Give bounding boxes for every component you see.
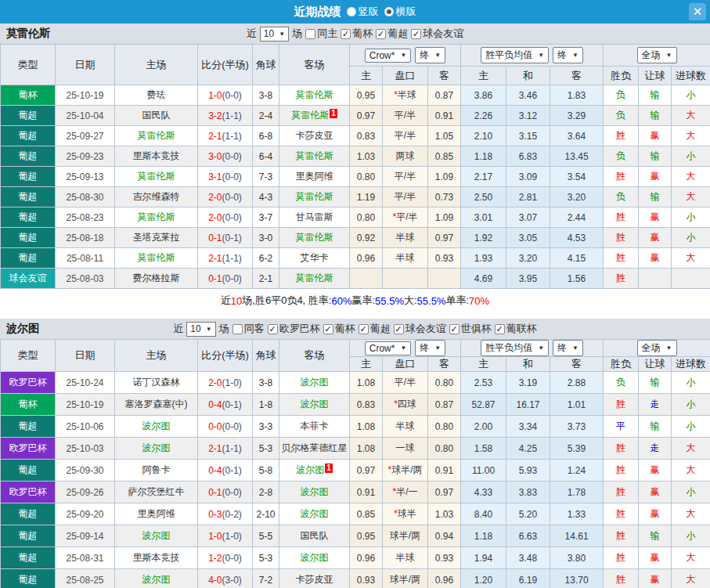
odds-final-dropdown[interactable]: 终▼ xyxy=(415,340,445,356)
checkbox[interactable]: ✓ xyxy=(268,324,278,334)
team-cell: 莫雷伦斯1 xyxy=(279,106,350,126)
score-cell: 0-3(0-2) xyxy=(198,503,253,525)
team-cell: 莫雷伦斯 xyxy=(279,269,350,289)
mean-odds-cell: 1.33 xyxy=(550,503,604,525)
checkbox[interactable]: ✓ xyxy=(376,29,386,39)
handicap-star-icon: * xyxy=(394,89,398,100)
scope-group: 全场▼ xyxy=(604,45,710,67)
mean-odds-cell: 13.45 xyxy=(550,146,604,167)
results-table: 类型日期主场比分(半场)角球客场Crow*▼终▼胜平负均值▼终▼全场▼主盘口客主… xyxy=(0,44,710,289)
radio-icon[interactable] xyxy=(347,7,356,16)
team-cell: 波尔图 xyxy=(279,482,350,503)
checkbox-label: 葡超 xyxy=(387,27,408,41)
table-row: 葡超25-08-31里斯本竞技1-2(0-0)5-3波尔图0.96半球0.931… xyxy=(1,547,710,569)
team-name-text: 波尔图 xyxy=(142,574,171,585)
result-cell: 负 xyxy=(604,85,639,106)
corner-cell: 2-8 xyxy=(253,482,279,503)
match-date: 25-10-19 xyxy=(56,85,115,106)
scope-dropdown[interactable]: 全场▼ xyxy=(637,47,677,63)
result-cell: 输 xyxy=(639,85,672,106)
checkbox[interactable]: ✓ xyxy=(449,324,460,334)
score-cell: 2-0(0-0) xyxy=(198,187,253,207)
team-name-text: 莫雷伦斯 xyxy=(296,232,333,243)
result-cell: 走 xyxy=(639,394,672,416)
result-cell: 赢 xyxy=(639,126,672,146)
checkbox-label: 同客 xyxy=(244,322,265,336)
halftime-score: (0-1) xyxy=(222,399,242,410)
team-name-text: 里奥阿维 xyxy=(296,171,333,182)
halftime-score: (0-0) xyxy=(222,90,242,101)
match-type-badge: 欧罗巴杯 xyxy=(1,482,56,503)
match-date: 25-08-18 xyxy=(56,228,115,248)
close-icon[interactable]: ✕ xyxy=(689,3,706,20)
checkbox[interactable]: ✓ xyxy=(341,29,351,39)
checkbox[interactable]: ✓ xyxy=(495,324,505,334)
halftime-score: (1-1) xyxy=(222,131,242,142)
fulltime-score: 3-0 xyxy=(208,151,222,162)
odds-cell: 0.80 xyxy=(350,167,383,187)
sub-column-header: 和 xyxy=(506,357,550,372)
fulltime-score: 0-0 xyxy=(208,421,222,432)
odds-source-dropdown[interactable]: Crow*▼ xyxy=(365,341,412,355)
odds-cell: 0.96 xyxy=(350,547,383,569)
recent-count-select[interactable]: 10▼ xyxy=(260,27,289,41)
score-cell: 0-1(0-1) xyxy=(198,228,253,248)
radio-icon[interactable] xyxy=(384,7,394,16)
handicap-star-icon: * xyxy=(392,486,396,497)
team-cell: 波尔图 xyxy=(115,416,198,438)
column-header: 日期 xyxy=(56,45,115,85)
scope-dropdown[interactable]: 全场▼ xyxy=(637,340,677,356)
team-cell: 卡莎皮亚 xyxy=(279,569,350,588)
checkbox[interactable]: ✓ xyxy=(394,324,404,334)
match-date: 25-08-11 xyxy=(56,248,115,269)
sub-column-header: 进球数 xyxy=(672,357,710,372)
sub-column-header: 主 xyxy=(350,357,383,372)
recent-count-select[interactable]: 10▼ xyxy=(186,322,215,337)
odds-source-dropdown[interactable]: Crow*▼ xyxy=(365,49,412,63)
match-type-badge: 葡超 xyxy=(1,248,56,269)
table-row: 葡超25-08-11莫雷伦斯2-1(1-1)6-2艾华卡0.96半球0.931.… xyxy=(1,248,710,269)
match-type-badge: 葡超 xyxy=(1,126,56,146)
mean-dropdown[interactable]: 胜平负均值▼ xyxy=(481,47,549,63)
mean-odds-cell: 3.15 xyxy=(506,126,550,146)
corner-cell: 6-8 xyxy=(253,126,279,146)
checkbox[interactable] xyxy=(232,324,243,334)
checkbox[interactable]: ✓ xyxy=(323,324,333,334)
halftime-score: (0-0) xyxy=(222,151,242,162)
mean-dropdown[interactable]: 胜平负均值▼ xyxy=(481,340,549,356)
mean-final-dropdown[interactable]: 终▼ xyxy=(553,47,583,63)
mean-odds-cell: 3.83 xyxy=(506,482,550,503)
filter-option: ✓葡超 xyxy=(376,27,408,41)
score-cell: 2-0(1-0) xyxy=(198,372,253,394)
odds-cell: 0.94 xyxy=(428,525,461,547)
column-header: 比分(半场) xyxy=(198,340,253,372)
layout-radio-vertical[interactable]: 竖版 xyxy=(347,5,379,19)
team-cell: 里奥阿维 xyxy=(279,167,350,187)
checkbox[interactable]: ✓ xyxy=(359,324,369,334)
result-cell: 大 xyxy=(672,248,710,269)
chevron-down-icon: ▼ xyxy=(206,326,212,333)
sub-column-header: 客 xyxy=(550,357,604,372)
table-row: 葡超25-08-23莫雷伦斯2-0(0-0)3-7甘马雷斯0.80*平/半1.0… xyxy=(1,207,710,228)
checkbox[interactable] xyxy=(305,29,315,39)
corner-cell: 4-3 xyxy=(253,187,279,207)
layout-radio-horizontal[interactable]: 横版 xyxy=(384,5,416,19)
summary-segment: 60% xyxy=(331,295,351,307)
header-group-row: 类型日期主场比分(半场)角球客场Crow*▼终▼胜平负均值▼终▼全场▼ xyxy=(1,45,710,67)
odds-cell: 0.97 xyxy=(350,106,383,126)
chevron-down-icon: ▼ xyxy=(279,31,285,38)
mean-final-dropdown[interactable]: 终▼ xyxy=(553,340,583,356)
checkbox-label: 葡联杯 xyxy=(506,322,537,336)
mean-odds-cell: 3.29 xyxy=(550,106,604,126)
mean-odds-cell: 3.95 xyxy=(506,269,550,289)
team-name-text: 里斯本竞技 xyxy=(133,552,180,563)
team-name-text: 莫雷伦斯 xyxy=(296,150,333,161)
odds-final-dropdown[interactable]: 终▼ xyxy=(415,47,445,63)
checkbox[interactable]: ✓ xyxy=(411,29,421,39)
result-cell: 赢 xyxy=(639,167,672,187)
team-cell: 贝尔格莱德红星 xyxy=(279,438,350,460)
odds-cell: 1.08 xyxy=(350,372,383,394)
mean-odds-cell: 1.78 xyxy=(550,482,604,503)
team-name-text: 卡莎皮亚 xyxy=(296,130,333,141)
mean-odds-cell: 1.93 xyxy=(461,248,506,269)
